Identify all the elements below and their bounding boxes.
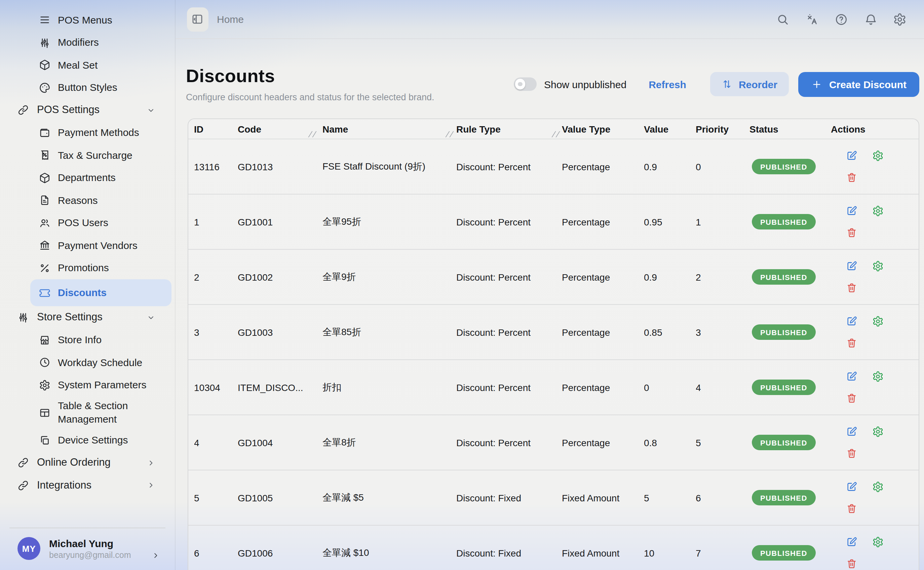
- delete-button[interactable]: [846, 337, 857, 349]
- cell-priority: 5: [696, 437, 750, 448]
- user-email: bearyung@gmail.com: [49, 550, 131, 559]
- column-header-code: Code: [238, 124, 322, 134]
- delete-button[interactable]: [846, 503, 857, 514]
- cell-actions: [823, 426, 919, 459]
- top-bar-icons: [776, 12, 907, 26]
- sidebar-item-device-settings[interactable]: Device Settings: [30, 429, 171, 452]
- row-settings-button[interactable]: [872, 205, 883, 217]
- sidebar-item-integrations[interactable]: Integrations: [0, 474, 171, 496]
- cell-name: 全單減 $5: [322, 492, 456, 504]
- sidebar-item-label: Payment Vendors: [58, 236, 137, 255]
- cell-value: 0.9: [644, 161, 696, 172]
- create-discount-button[interactable]: Create Discount: [798, 72, 919, 97]
- sidebar-item-label: POS Users: [58, 213, 108, 233]
- sliders-icon: [39, 37, 50, 49]
- sidebar-item-table-section-management[interactable]: Table & Section Management: [30, 396, 171, 429]
- edit-button[interactable]: [846, 260, 857, 272]
- settings-icon[interactable]: [893, 12, 907, 26]
- sidebar-item-system-parameters[interactable]: System Parameters: [30, 374, 171, 396]
- row-settings-button[interactable]: [872, 150, 883, 161]
- delete-button[interactable]: [846, 392, 857, 404]
- edit-button[interactable]: [846, 150, 857, 161]
- edit-button[interactable]: [846, 481, 857, 493]
- clock-icon: [39, 357, 50, 368]
- edit-button[interactable]: [846, 205, 857, 217]
- cell-value-type: Percentage: [562, 327, 644, 337]
- sidebar-item-online-ordering[interactable]: Online Ordering: [0, 452, 171, 474]
- sidebar-item-workday-schedule[interactable]: Workday Schedule: [30, 351, 171, 374]
- table-row: 10304ITEM_DISCO...折扣Discount: PercentPer…: [188, 360, 919, 415]
- sidebar-item-label: System Parameters: [58, 375, 146, 395]
- user-menu[interactable]: MY Michael Yung bearyung@gmail.com: [0, 537, 174, 570]
- sidebar-item-payment-vendors[interactable]: Payment Vendors: [30, 234, 171, 257]
- cell-code: GD1004: [238, 437, 322, 448]
- delete-button[interactable]: [846, 227, 857, 238]
- search-icon[interactable]: [776, 12, 790, 26]
- delete-button[interactable]: [846, 172, 857, 183]
- sidebar-item-store-settings[interactable]: Store Settings: [0, 306, 171, 329]
- delete-button[interactable]: [846, 558, 857, 569]
- cell-id: 3: [194, 327, 238, 337]
- column-header-id: ID: [194, 124, 238, 134]
- sidebar-item-tax-surcharge[interactable]: Tax & Surcharge: [30, 144, 171, 167]
- column-header-value-type: Value Type: [562, 124, 644, 134]
- sidebar-collapse-button[interactable]: [186, 7, 208, 31]
- cell-code: GD1006: [238, 547, 322, 558]
- refresh-button[interactable]: Refresh: [649, 78, 686, 90]
- sidebar-item-reasons[interactable]: Reasons: [30, 189, 171, 211]
- cell-value-type: Percentage: [562, 271, 644, 282]
- cell-name: 全單85折: [322, 326, 456, 338]
- cell-actions: [823, 536, 919, 569]
- sidebar-item-payment-methods[interactable]: Payment Methods: [30, 121, 171, 144]
- sidebar-item-label: POS Menus: [58, 11, 112, 30]
- sidebar-item-modifiers[interactable]: Modifiers: [30, 31, 171, 54]
- help-icon[interactable]: [835, 12, 848, 26]
- row-settings-button[interactable]: [872, 481, 883, 493]
- reorder-button[interactable]: Reorder: [710, 72, 789, 96]
- cell-priority: 2: [696, 271, 750, 282]
- cell-priority: 6: [696, 492, 750, 503]
- delete-button[interactable]: [846, 282, 857, 293]
- row-settings-button[interactable]: [872, 260, 883, 272]
- sidebar-item-pos-users[interactable]: POS Users: [30, 211, 171, 234]
- row-settings-button[interactable]: [872, 426, 883, 437]
- cell-status: PUBLISHED: [750, 435, 823, 450]
- table-body: 13116GD1013FSE Staff Discount (9折)Discou…: [188, 139, 919, 570]
- cell-code: GD1001: [238, 216, 322, 227]
- row-settings-button[interactable]: [872, 536, 883, 548]
- sidebar-item-promotions[interactable]: Promotions: [30, 257, 171, 279]
- sidebar-item-discounts[interactable]: Discounts: [30, 279, 171, 306]
- cell-value-type: Percentage: [562, 437, 644, 448]
- cell-name: 全單減 $10: [322, 547, 456, 559]
- sidebar-item-label: Promotions: [58, 258, 109, 277]
- row-settings-button[interactable]: [872, 371, 883, 382]
- sidebar-item-label: Tax & Surcharge: [58, 146, 133, 165]
- sidebar-item-store-info[interactable]: Store Info: [30, 329, 171, 351]
- panel-left-icon: [191, 13, 204, 26]
- notifications-icon[interactable]: [864, 12, 877, 26]
- delete-button[interactable]: [846, 447, 857, 459]
- chevron-down-icon: [147, 106, 155, 115]
- edit-button[interactable]: [846, 426, 857, 437]
- row-settings-button[interactable]: [872, 316, 883, 327]
- discounts-table: IDCodeNameRule TypeValue TypeValuePriori…: [187, 118, 919, 570]
- edit-button[interactable]: [846, 316, 857, 327]
- sidebar-item-pos-menus[interactable]: POS Menus: [30, 9, 171, 31]
- sidebar-item-departments[interactable]: Departments: [30, 167, 171, 189]
- sidebar-item-meal-set[interactable]: Meal Set: [30, 54, 171, 77]
- sidebar-item-pos-settings[interactable]: POS Settings: [0, 99, 171, 121]
- cell-name: 全單95折: [322, 216, 456, 228]
- edit-button[interactable]: [846, 371, 857, 382]
- cell-actions: [823, 371, 919, 404]
- bank-icon: [39, 240, 50, 251]
- cell-actions: [823, 481, 919, 514]
- table-header-row: IDCodeNameRule TypeValue TypeValuePriori…: [188, 119, 919, 139]
- cell-value: 10: [644, 547, 696, 558]
- sidebar-item-button-styles[interactable]: Button Styles: [30, 77, 171, 99]
- cell-id: 13116: [194, 161, 238, 172]
- status-badge: PUBLISHED: [751, 490, 816, 506]
- edit-button[interactable]: [846, 536, 857, 548]
- cell-value-type: Fixed Amount: [562, 492, 644, 503]
- language-icon[interactable]: [805, 12, 819, 26]
- show-unpublished-toggle[interactable]: [514, 78, 537, 91]
